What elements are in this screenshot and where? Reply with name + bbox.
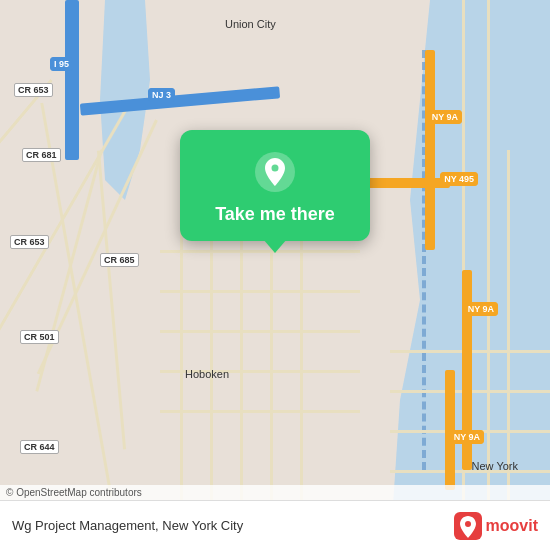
map-pin-icon <box>253 150 297 194</box>
grid-h5 <box>160 410 360 413</box>
moovit-icon <box>454 512 482 540</box>
grid-v3 <box>240 200 243 500</box>
moovit-text: moovit <box>486 517 538 535</box>
label-cr685: CR 685 <box>100 253 139 267</box>
grid-v2 <box>210 200 213 500</box>
grid-v1 <box>180 200 183 500</box>
map-attribution: © OpenStreetMap contributors <box>0 485 550 500</box>
label-cr681: CR 681 <box>22 148 61 162</box>
grid-h3 <box>160 330 360 333</box>
moovit-logo: moovit <box>454 512 538 540</box>
label-ny495: NY 495 <box>440 172 478 186</box>
label-nj3: NJ 3 <box>148 88 175 102</box>
highway-i95 <box>65 0 79 160</box>
label-cr653-top: CR 653 <box>14 83 53 97</box>
union-city-label: Union City <box>225 18 276 30</box>
hoboken-label: Hoboken <box>185 368 229 380</box>
cta-popup[interactable]: Take me there <box>180 130 370 241</box>
label-ny9a-mid: NY 9A <box>464 302 498 316</box>
grid-h1 <box>160 250 360 253</box>
label-cr501: CR 501 <box>20 330 59 344</box>
map-container: I 95 NJ 3 CR 653 CR 681 CR 653 CR 685 CR… <box>0 0 550 550</box>
bottom-bar: Wg Project Management, New York City moo… <box>0 500 550 550</box>
grid-v5 <box>300 200 303 500</box>
highway-ny9a-top <box>425 50 435 250</box>
label-i95: I 95 <box>50 57 73 71</box>
label-ny9a-top: NY 9A <box>428 110 462 124</box>
cta-label: Take me there <box>215 204 335 225</box>
man-h4 <box>390 470 550 473</box>
location-title: Wg Project Management, New York City <box>12 518 243 533</box>
label-cr653-bot: CR 653 <box>10 235 49 249</box>
grid-h2 <box>160 290 360 293</box>
new-york-label: New York <box>472 460 518 472</box>
label-cr644: CR 644 <box>20 440 59 454</box>
label-ny9a-bot: NY 9A <box>450 430 484 444</box>
